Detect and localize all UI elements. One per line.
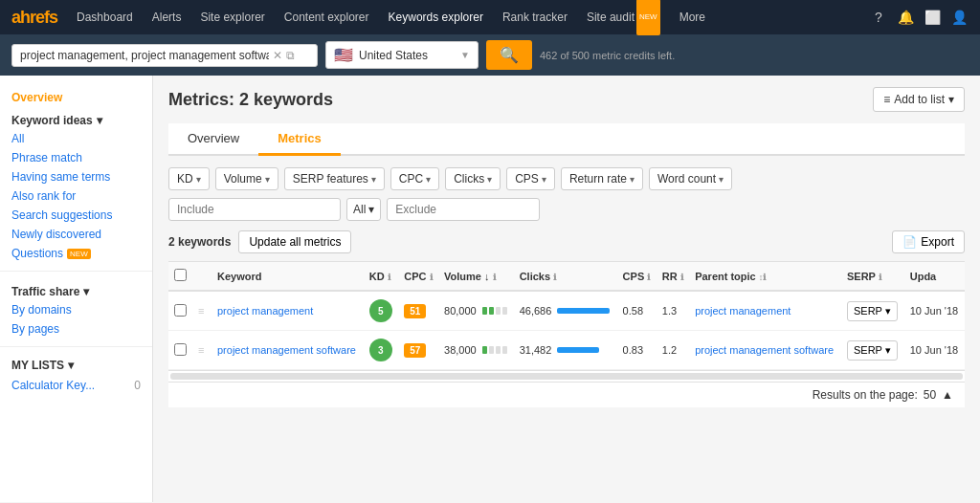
keyword-cell: project management bbox=[212, 291, 364, 331]
sidebar-item-by-pages[interactable]: By pages bbox=[0, 319, 152, 339]
filter-volume[interactable]: Volume ▾ bbox=[215, 167, 278, 190]
tab-metrics[interactable]: Metrics bbox=[258, 123, 341, 156]
cps-cell: 0.58 bbox=[617, 291, 657, 331]
row-checkbox[interactable] bbox=[174, 304, 187, 317]
row-checkbox-cell bbox=[168, 331, 192, 370]
row-checkbox[interactable] bbox=[174, 343, 187, 356]
nav-content-explorer[interactable]: Content explorer bbox=[277, 0, 377, 34]
country-flag: 🇺🇸 bbox=[334, 46, 353, 64]
search-bar: ✕ ⧉ 🇺🇸 United States ▼ 🔍 462 of 500 metr… bbox=[0, 34, 980, 76]
chevron-down-icon: ▾ bbox=[719, 174, 724, 185]
chevron-down-icon: ▾ bbox=[68, 359, 74, 372]
search-button[interactable]: 🔍 bbox=[486, 40, 532, 70]
col-volume: Volume ↓ ℹ bbox=[438, 262, 514, 292]
include-input[interactable] bbox=[168, 198, 341, 221]
sidebar-my-lists-label[interactable]: MY LISTS ▾ bbox=[0, 355, 152, 376]
per-page-value: 50 bbox=[924, 388, 936, 402]
nav-rank-tracker[interactable]: Rank tracker bbox=[495, 0, 575, 34]
screen-icon[interactable]: ⬜ bbox=[923, 8, 942, 27]
clicks-cell: 46,686 bbox=[514, 291, 617, 331]
top-nav: ahrefs Dashboard Alerts Site explorer Co… bbox=[0, 0, 980, 34]
scrollbar-thumb bbox=[170, 373, 963, 380]
serp-cell: SERP ▾ bbox=[841, 331, 904, 370]
filter-kd[interactable]: KD ▾ bbox=[168, 167, 210, 190]
export-icon: 📄 bbox=[902, 235, 917, 249]
clicks-bar bbox=[557, 347, 599, 353]
cpc-badge: 57 bbox=[404, 343, 426, 358]
tab-overview[interactable]: Overview bbox=[168, 123, 258, 156]
kd-cell: 5 bbox=[364, 291, 398, 331]
parent-topic-cell: project management software bbox=[689, 331, 841, 370]
horizontal-scrollbar[interactable] bbox=[168, 370, 965, 382]
keyword-link[interactable]: project management bbox=[217, 305, 313, 317]
chevron-down-icon: ▾ bbox=[948, 93, 954, 106]
search-input[interactable] bbox=[20, 49, 269, 62]
per-page-up-icon[interactable]: ▲ bbox=[942, 388, 953, 402]
filter-clicks[interactable]: Clicks ▾ bbox=[445, 167, 501, 190]
update-all-metrics-button[interactable]: Update all metrics bbox=[238, 230, 351, 253]
filter-cps[interactable]: CPS ▾ bbox=[506, 167, 555, 190]
volume-bars bbox=[482, 307, 507, 315]
serp-button[interactable]: SERP ▾ bbox=[847, 340, 898, 361]
help-icon[interactable]: ? bbox=[869, 8, 888, 27]
country-select[interactable]: 🇺🇸 United States ▼ bbox=[325, 41, 479, 69]
filter-serp-features[interactable]: SERP features ▾ bbox=[284, 167, 385, 190]
kd-cell: 3 bbox=[364, 331, 398, 370]
sidebar-overview[interactable]: Overview bbox=[0, 87, 152, 108]
new-badge: NEW bbox=[636, 0, 660, 35]
filter-return-rate[interactable]: Return rate ▾ bbox=[561, 167, 643, 190]
nav-more[interactable]: More bbox=[672, 0, 713, 34]
list-icon: ≡ bbox=[883, 93, 890, 106]
keyword-link[interactable]: project management software bbox=[217, 344, 356, 356]
serp-button[interactable]: SERP ▾ bbox=[847, 301, 898, 321]
nav-alerts[interactable]: Alerts bbox=[145, 0, 189, 34]
results-label: Results on the page: bbox=[813, 388, 918, 402]
volume-bars bbox=[482, 346, 507, 354]
sidebar-item-all[interactable]: All bbox=[0, 129, 152, 148]
sidebar-item-newly-discovered[interactable]: Newly discovered bbox=[0, 225, 152, 244]
user-icon[interactable]: 👤 bbox=[949, 8, 969, 27]
drag-handle: ≡ bbox=[192, 291, 212, 331]
chevron-down-icon: ▾ bbox=[630, 174, 635, 185]
parent-topic-link[interactable]: project management bbox=[695, 305, 791, 317]
updated-cell: 10 Jun '18 bbox=[904, 331, 965, 370]
keywords-count: 2 keywords bbox=[168, 235, 231, 249]
table-controls: 2 keywords Update all metrics 📄 Export bbox=[168, 230, 965, 253]
select-all-checkbox[interactable] bbox=[174, 269, 187, 281]
credits-info: 462 of 500 metric credits left. bbox=[540, 50, 675, 61]
clear-icon[interactable]: ✕ bbox=[273, 49, 282, 62]
volume-value: 80,000 bbox=[444, 305, 477, 317]
sidebar-traffic-share-label[interactable]: Traffic share ▾ bbox=[0, 279, 152, 300]
copy-icon[interactable]: ⧉ bbox=[286, 49, 295, 62]
nav-icons: ? 🔔 ⬜ 👤 bbox=[869, 8, 969, 27]
sidebar-item-having-same-terms[interactable]: Having same terms bbox=[0, 167, 152, 186]
sidebar-item-phrase-match[interactable]: Phrase match bbox=[0, 148, 152, 167]
sidebar-item-questions[interactable]: Questions bbox=[0, 244, 152, 263]
nav-site-audit[interactable]: Site audit NEW bbox=[579, 0, 668, 35]
chevron-down-icon: ▾ bbox=[371, 174, 376, 185]
col-keyword: Keyword bbox=[212, 262, 364, 292]
nav-dashboard[interactable]: Dashboard bbox=[69, 0, 141, 34]
bell-icon[interactable]: 🔔 bbox=[896, 8, 915, 27]
nav-site-explorer[interactable]: Site explorer bbox=[192, 0, 272, 34]
sidebar-item-also-rank-for[interactable]: Also rank for bbox=[0, 186, 152, 206]
sidebar-item-by-domains[interactable]: By domains bbox=[0, 300, 152, 319]
filter-word-count[interactable]: Word count ▾ bbox=[649, 167, 732, 190]
table-row: ≡ project management software 3 57 38,00… bbox=[168, 331, 965, 370]
parent-topic-link[interactable]: project management software bbox=[695, 344, 834, 356]
export-button[interactable]: 📄 Export bbox=[892, 230, 965, 253]
table-row: ≡ project management 5 51 80,000 bbox=[168, 291, 965, 331]
exclude-input[interactable] bbox=[387, 198, 540, 221]
layout: Overview Keyword ideas ▾ All Phrase matc… bbox=[0, 76, 980, 502]
sidebar-item-search-suggestions[interactable]: Search suggestions bbox=[0, 206, 152, 225]
add-to-list-button[interactable]: ≡ Add to list ▾ bbox=[873, 87, 965, 112]
sidebar-list-item[interactable]: Calculator Key... 0 bbox=[0, 376, 152, 395]
clicks-cell: 31,482 bbox=[514, 331, 617, 370]
filter-cpc[interactable]: CPC ▾ bbox=[390, 167, 439, 190]
kd-badge: 5 bbox=[369, 299, 392, 322]
col-parent-topic: Parent topic ↕ℹ bbox=[689, 262, 841, 292]
table-controls-left: 2 keywords Update all metrics bbox=[168, 230, 351, 253]
sidebar-keyword-ideas-label[interactable]: Keyword ideas ▾ bbox=[0, 108, 152, 129]
all-select[interactable]: All ▾ bbox=[346, 198, 381, 221]
nav-keywords-explorer[interactable]: Keywords explorer bbox=[381, 0, 491, 34]
